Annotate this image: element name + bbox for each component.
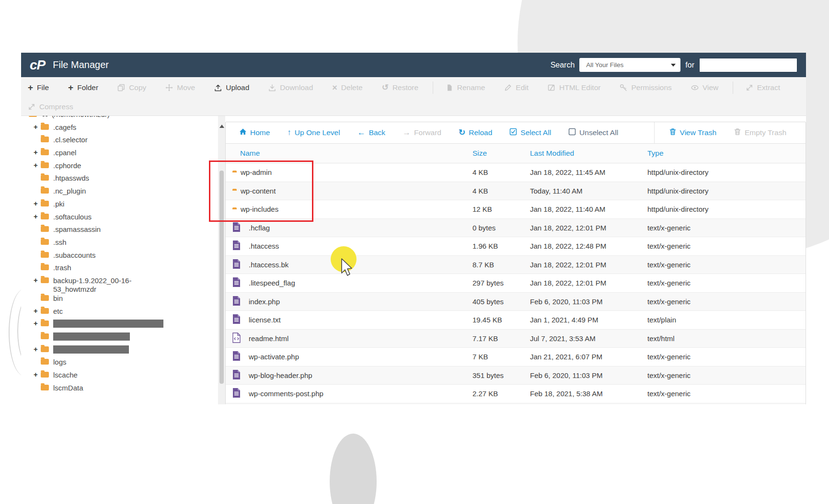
file-name: .hcflag bbox=[249, 224, 270, 232]
file-size: 2.27 KB bbox=[472, 389, 530, 398]
file-size: 7 KB bbox=[472, 353, 530, 361]
file-size: 297 bytes bbox=[472, 279, 530, 287]
folder-button[interactable]: +Folder bbox=[68, 83, 98, 92]
tree-item-nc-plugin[interactable]: .nc_plugin bbox=[21, 186, 218, 199]
tree-item-logs[interactable]: logs bbox=[21, 357, 218, 370]
file-row-wp-comments-post-php[interactable]: wp-comments-post.php2.27 KBFeb 18, 2021,… bbox=[226, 385, 806, 403]
file-row-hcflag[interactable]: .hcflag0 bytesJan 18, 2022, 12:01 PMtext… bbox=[226, 219, 806, 238]
tree-item-label: .nc_plugin bbox=[53, 186, 86, 195]
file-size: 1.96 KB bbox=[472, 242, 530, 250]
expand-plus-icon[interactable]: + bbox=[34, 345, 41, 353]
toolbar-button-label: Permissions bbox=[631, 83, 671, 92]
tree-scrollbar[interactable] bbox=[218, 116, 225, 404]
tree-item-trash[interactable]: .trash bbox=[21, 263, 218, 276]
folder-icon bbox=[41, 252, 49, 258]
expand-plus-icon[interactable]: + bbox=[34, 319, 41, 327]
file-name: .litespeed_flag bbox=[249, 279, 295, 287]
tree-item-redacted[interactable]: + bbox=[21, 319, 218, 332]
tree-item-redacted[interactable]: + bbox=[21, 345, 218, 358]
tree-item-lscmdata[interactable]: lscmData bbox=[21, 383, 218, 396]
file-row-wp-blog-header-php[interactable]: wp-blog-header.php351 bytesFeb 6, 2020, … bbox=[226, 367, 806, 385]
file-row-readme-html[interactable]: readme.html7.17 KBJul 7, 2021, 3:53 AMte… bbox=[226, 330, 806, 348]
column-header-size[interactable]: Size bbox=[472, 149, 530, 158]
expand-plus-icon[interactable]: + bbox=[34, 199, 41, 207]
upload-icon bbox=[214, 84, 222, 92]
folder-icon bbox=[41, 137, 49, 142]
file-row-htaccess-bk[interactable]: .htaccess.bk8.7 KBJan 18, 2022, 12:01 PM… bbox=[226, 256, 806, 275]
tree-item-label: .ssh bbox=[53, 238, 67, 247]
file-type: httpd/unix-directory bbox=[647, 187, 806, 195]
navbar-button-label: Back bbox=[369, 128, 385, 137]
expand-plus-icon[interactable]: + bbox=[34, 148, 41, 156]
tree-item-subaccounts[interactable]: .subaccounts bbox=[21, 251, 218, 263]
tree-item-softaculous[interactable]: +.softaculous bbox=[21, 212, 218, 225]
scrollbar-thumb[interactable] bbox=[219, 171, 224, 384]
folder-icon bbox=[41, 264, 49, 270]
column-header-type[interactable]: Type bbox=[647, 149, 806, 158]
tree-item-bin[interactable]: bin bbox=[21, 294, 218, 307]
file-button[interactable]: +File bbox=[28, 83, 49, 92]
tree-item-etc[interactable]: +etc bbox=[21, 307, 218, 320]
tree-item-label: .subaccounts bbox=[53, 251, 95, 260]
file-row-litespeed-flag[interactable]: .litespeed_flag297 bytesJan 18, 2022, 12… bbox=[226, 274, 806, 293]
folder-row-wp-content[interactable]: wp-content4 KBToday, 11:40 AMhttpd/unix-… bbox=[226, 182, 806, 201]
file-row-index-php[interactable]: index.php405 bytesFeb 6, 2020, 11:03 PMt… bbox=[226, 293, 806, 311]
tree-item-ssh[interactable]: .ssh bbox=[21, 238, 218, 251]
expand-plus-icon[interactable]: + bbox=[34, 370, 41, 378]
file-row[interactable] bbox=[226, 403, 806, 405]
expand-plus-icon[interactable]: + bbox=[34, 307, 41, 315]
search-input[interactable] bbox=[699, 58, 797, 72]
file-row-htaccess[interactable]: .htaccess1.96 KBJan 18, 2022, 12:48 PMte… bbox=[226, 237, 806, 256]
tree-item-cpanel[interactable]: +.cpanel bbox=[21, 148, 218, 161]
file-row-wp-activate-php[interactable]: wp-activate.php7 KBJan 21, 2021, 6:07 PM… bbox=[226, 348, 806, 367]
file-name: wp-comments-post.php bbox=[249, 389, 323, 398]
reload-button[interactable]: ↻Reload bbox=[459, 128, 492, 137]
up-one-level-button[interactable]: ↑Up One Level bbox=[287, 128, 340, 137]
folder-icon bbox=[41, 321, 49, 326]
tree-item-home-root[interactable]: (/home/howtmzdr) bbox=[21, 116, 218, 123]
expand-plus-icon[interactable]: + bbox=[34, 276, 41, 284]
select-all-button[interactable]: Select All bbox=[509, 128, 551, 137]
tree-item-backup-1-9-2022-00-16-53-howtmzdr[interactable]: +backup-1.9.2022_00-16-53_howtmzdr bbox=[21, 276, 218, 294]
tree-item-spamassassin[interactable]: .spamassassin bbox=[21, 225, 218, 238]
search-for-label: for bbox=[685, 61, 694, 69]
file-type: text/x-generic bbox=[647, 224, 806, 232]
chevron-down-icon bbox=[671, 64, 676, 67]
file-type: text/x-generic bbox=[647, 261, 806, 269]
view-trash-button[interactable]: View Trash bbox=[669, 128, 716, 137]
search-scope-select[interactable]: All Your Files bbox=[579, 58, 680, 72]
tree-item-label: .softaculous bbox=[53, 212, 92, 221]
file-modified: Jan 1, 2021, 4:49 PM bbox=[530, 316, 647, 324]
html-editor-button: HTML Editor bbox=[548, 83, 600, 92]
back-icon: ← bbox=[357, 128, 366, 137]
content-area: (/home/howtmzdr)+.cagefs.cl.selector+.cp… bbox=[21, 116, 806, 404]
unselect-all-button[interactable]: Unselect All bbox=[568, 128, 618, 137]
scroll-up-arrow-icon[interactable] bbox=[219, 125, 224, 128]
file-size: 4 KB bbox=[472, 187, 530, 195]
column-header-name[interactable]: Name bbox=[226, 149, 472, 158]
expand-plus-icon[interactable]: + bbox=[34, 161, 41, 169]
tree-item-cagefs[interactable]: +.cagefs bbox=[21, 123, 218, 136]
tree-item-redacted[interactable] bbox=[21, 332, 218, 345]
file-row-license-txt[interactable]: license.txt19.45 KBJan 1, 2021, 4:49 PMt… bbox=[226, 311, 806, 330]
tree-item-cphorde[interactable]: +.cphorde bbox=[21, 161, 218, 174]
expand-plus-icon[interactable]: + bbox=[34, 212, 41, 220]
file-name: wp-blog-header.php bbox=[249, 371, 312, 379]
folder-icon bbox=[41, 149, 49, 155]
folder-icon bbox=[41, 346, 49, 352]
column-header-modified[interactable]: Last Modified bbox=[530, 149, 647, 158]
file-icon bbox=[232, 351, 241, 363]
tree-item-cl-selector[interactable]: .cl.selector bbox=[21, 135, 218, 148]
tree-item-lscache[interactable]: +lscache bbox=[21, 370, 218, 383]
tree-item-htpasswds[interactable]: .htpasswds bbox=[21, 173, 218, 186]
upload-button[interactable]: Upload bbox=[214, 83, 249, 92]
expand-plus-icon[interactable]: + bbox=[34, 123, 41, 131]
folder-row-wp-admin[interactable]: wp-admin4 KBJan 18, 2022, 11:45 AMhttpd/… bbox=[226, 163, 806, 182]
tree-item-pki[interactable]: +.pki bbox=[21, 199, 218, 212]
back-button[interactable]: ←Back bbox=[357, 128, 385, 137]
navbar-button-label: Home bbox=[250, 128, 270, 137]
home-button[interactable]: Home bbox=[239, 128, 270, 137]
folder-row-wp-includes[interactable]: wp-includes12 KBJan 18, 2022, 11:40 AMht… bbox=[226, 200, 806, 219]
file-icon bbox=[232, 296, 241, 308]
tree-item-label: .spamassassin bbox=[53, 225, 101, 234]
